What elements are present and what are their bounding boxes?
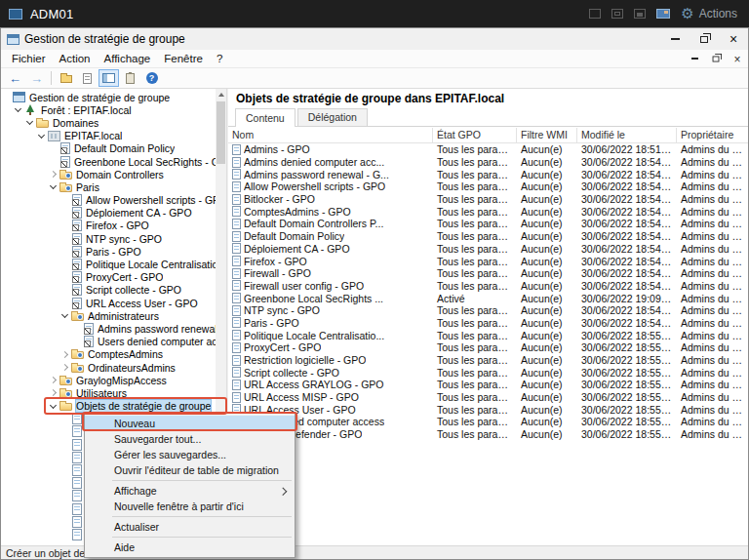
table-row[interactable]: Paris - GPOTous les paramètre...Aucun(e)…	[228, 317, 748, 330]
tab-contenu[interactable]: Contenu	[235, 108, 296, 127]
menu-fichier[interactable]: Fichier	[5, 50, 53, 68]
table-row[interactable]: Déploiement CA - GPOTous les paramètre..…	[228, 243, 748, 256]
table-row[interactable]: NTP sync - GPOTous les paramètre...Aucun…	[228, 304, 748, 317]
tree-item[interactable]: Forêt : EPITAF.local	[1, 103, 226, 116]
menu-action[interactable]: Action	[53, 50, 98, 68]
table-row[interactable]: Default Domain Controllers P...Tous les …	[228, 218, 748, 230]
table-row[interactable]: Restriction logicielle - GPOTous les par…	[228, 354, 748, 367]
close-button[interactable]	[719, 28, 748, 50]
context-menu-item[interactable]: Actualiser	[85, 519, 295, 535]
up-level-button[interactable]	[56, 69, 76, 87]
tree-item[interactable]: Users denied computer acc	[1, 336, 226, 348]
fullscreen-icon[interactable]	[634, 9, 646, 19]
column-header[interactable]: Nom	[228, 128, 433, 142]
tree-item[interactable]: Gestion de stratégie de groupe	[1, 91, 226, 103]
export-list-button[interactable]	[77, 69, 98, 87]
minimize-button[interactable]	[660, 28, 690, 50]
tree-item[interactable]: Administrateurs	[1, 309, 226, 322]
tree-item[interactable]: Politique Locale Centralisation	[1, 258, 226, 270]
table-row[interactable]: Firewall - GPOTous les paramètre...Aucun…	[228, 267, 748, 280]
menu-fenetre[interactable]: Fenêtre	[157, 50, 210, 68]
mdi-close-button[interactable]	[727, 50, 748, 67]
table-row[interactable]: Bitlocker - GPOTous les paramètre...Aucu…	[228, 193, 748, 206]
tree-item[interactable]: Utilisateurs	[1, 386, 226, 399]
tree-item[interactable]: Script collecte - GPO	[1, 284, 226, 297]
column-header[interactable]: État GPO	[433, 128, 517, 142]
tree-item[interactable]: Domain Controllers	[1, 168, 226, 180]
chevron-collapsed-icon[interactable]	[50, 377, 57, 383]
minimize-icon[interactable]	[589, 9, 601, 19]
table-row[interactable]: ProxyCert - GPOTous les paramètre...Aucu…	[228, 341, 748, 354]
tree-item[interactable]: Déploiement CA - GPO	[1, 207, 226, 220]
table-row[interactable]: Politique Locale Centralisatio...Tous le…	[228, 329, 748, 341]
tree-item[interactable]: Objets de stratégie de groupe	[1, 400, 226, 413]
restore-icon[interactable]	[611, 9, 623, 19]
tab-delegation[interactable]: Délégation	[297, 108, 368, 126]
context-menu-item[interactable]: Ouvrir l'éditeur de table de migration	[85, 462, 295, 478]
context-menu-item[interactable]: Sauvegarder tout...	[85, 431, 295, 447]
tree-item[interactable]: URL Access User - GPO	[1, 297, 226, 309]
table-row[interactable]: Admins denied computer acc...Tous les pa…	[228, 156, 748, 169]
tree-item[interactable]: ComptesAdmins	[1, 348, 226, 361]
context-menu-item[interactable]: Aide	[85, 540, 295, 555]
tree-item[interactable]: ProxyCert - GPO	[1, 271, 226, 284]
table-row[interactable]: Greenbone Local SecRights ...ActivéAucun…	[228, 292, 748, 304]
context-menu-item[interactable]: Nouvelle fenêtre à partir d'ici	[85, 499, 295, 514]
tree-item[interactable]: Admins password renewal -	[1, 322, 226, 335]
mdi-restore-button[interactable]	[705, 50, 727, 67]
chevron-expanded-icon[interactable]	[50, 182, 57, 189]
scroll-up-icon[interactable]	[216, 89, 226, 100]
menu-affichage[interactable]: Affichage	[97, 50, 157, 68]
tree-item[interactable]: NTP sync - GPO	[1, 232, 226, 245]
paste-button[interactable]	[120, 69, 140, 87]
chevron-expanded-icon[interactable]	[38, 132, 45, 139]
app-titlebar[interactable]: Gestion de stratégie de groupe	[1, 28, 748, 50]
context-menu-item[interactable]: Affichage	[85, 483, 295, 499]
restore-button[interactable]	[690, 28, 719, 50]
scrollbar-thumb[interactable]	[217, 101, 225, 164]
context-menu-item[interactable]: Gérer les sauvegardes...	[85, 447, 295, 462]
context-menu-item[interactable]: Nouveau	[85, 416, 295, 431]
back-button[interactable]	[5, 69, 25, 87]
display-icon[interactable]	[656, 9, 670, 19]
table-row[interactable]: Admins - GPOTous les paramètre...Aucun(e…	[228, 143, 748, 156]
chevron-collapsed-icon[interactable]	[61, 351, 68, 358]
table-row[interactable]: Users denied computer accessTous les par…	[228, 416, 748, 428]
actions-button[interactable]: Actions	[681, 5, 737, 22]
tree-item[interactable]: Default Domain Policy	[1, 142, 226, 155]
table-row[interactable]: Allow Powershell scripts - GPOTous les p…	[228, 180, 748, 193]
table-row[interactable]: Firefox - GPOTous les paramètre...Aucun(…	[228, 255, 748, 267]
table-row[interactable]: Default Domain PolicyTous les paramètre.…	[228, 230, 748, 243]
tree-item[interactable]: Greenbone Local SecRights - GPO	[1, 155, 226, 168]
forward-button[interactable]	[26, 69, 47, 87]
table-row[interactable]: URL Access MISP - GPOTous les paramètre.…	[228, 391, 748, 404]
mdi-minimize-button[interactable]	[684, 50, 705, 67]
column-header[interactable]: Modifié le	[577, 128, 677, 142]
chevron-expanded-icon[interactable]	[50, 402, 57, 409]
menu-aide[interactable]: ?	[210, 50, 229, 68]
chevron-collapsed-icon[interactable]	[50, 389, 57, 396]
chevron-collapsed-icon[interactable]	[61, 364, 68, 371]
table-row[interactable]: Script collecte - GPOTous les paramètre.…	[228, 366, 748, 379]
tree-item[interactable]: Paris	[1, 180, 226, 193]
tree-item[interactable]: EPITAF.local	[1, 130, 226, 142]
tree-item[interactable]: GraylogMispAccess	[1, 374, 226, 386]
console-tree-button[interactable]	[99, 69, 119, 87]
table-row[interactable]: Admins password renewal - G...Tous les p…	[228, 168, 748, 180]
help-button[interactable]	[141, 69, 162, 87]
table-row[interactable]: URL Access GRAYLOG - GPOTous les paramèt…	[228, 379, 748, 391]
table-row[interactable]: URL Access User - GPOTous les paramètre.…	[228, 403, 748, 416]
chevron-collapsed-icon[interactable]	[50, 171, 57, 178]
tree-item[interactable]: OrdinateursAdmins	[1, 361, 226, 374]
table-row[interactable]: Windows Defender - GPOTous les paramètre…	[228, 428, 748, 441]
column-header[interactable]: Propriétaire	[677, 128, 748, 142]
tree-item[interactable]: Firefox - GPO	[1, 220, 226, 232]
chevron-expanded-icon[interactable]	[26, 118, 33, 125]
tree-item[interactable]: Allow Powershell scripts - GPO	[1, 194, 226, 207]
chevron-expanded-icon[interactable]	[61, 311, 68, 318]
chevron-expanded-icon[interactable]	[15, 105, 21, 112]
column-header[interactable]: Filtre WMI	[517, 128, 577, 142]
tree-item[interactable]: Paris - GPO	[1, 245, 226, 258]
tree-item[interactable]: Domaines	[1, 116, 226, 129]
table-row[interactable]: ComptesAdmins - GPOTous les paramètre...…	[228, 205, 748, 218]
